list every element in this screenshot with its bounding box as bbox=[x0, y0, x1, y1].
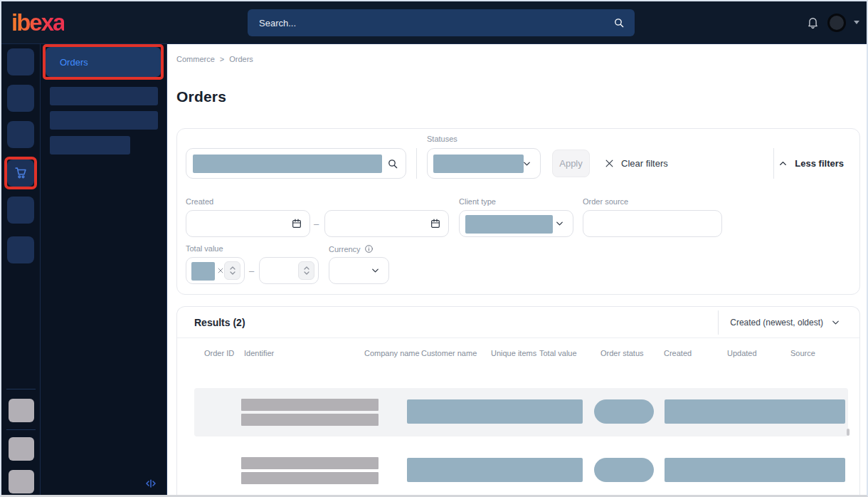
redacted-identifier bbox=[241, 399, 379, 411]
redacted-customer-data bbox=[407, 399, 583, 424]
created-from-date-input[interactable] bbox=[186, 210, 310, 237]
info-icon[interactable] bbox=[364, 244, 374, 253]
menu-tile-placeholder[interactable] bbox=[7, 85, 34, 112]
scrollbar-thumb[interactable] bbox=[847, 429, 850, 436]
bottom-tile-placeholder[interactable] bbox=[9, 399, 34, 422]
commerce-submenu: Orders bbox=[41, 44, 167, 495]
apply-button[interactable]: Apply bbox=[552, 150, 590, 177]
column-header[interactable]: Customer name bbox=[421, 348, 491, 359]
chevron-down-icon bbox=[522, 158, 532, 169]
column-header[interactable]: Company name bbox=[364, 348, 421, 359]
results-header: Results (2) Created (newest, oldest) bbox=[177, 307, 859, 338]
column-header[interactable]: Source bbox=[790, 348, 848, 359]
currency-select[interactable] bbox=[329, 257, 389, 284]
search-input[interactable] bbox=[248, 18, 613, 28]
statuses-select[interactable] bbox=[427, 148, 541, 179]
menu-tile-placeholder[interactable] bbox=[7, 121, 34, 148]
total-value-from-input[interactable] bbox=[186, 257, 245, 284]
client-type-label: Client type bbox=[459, 197, 496, 206]
client-type-select[interactable] bbox=[459, 210, 573, 237]
menu-tile-placeholder[interactable] bbox=[7, 197, 34, 224]
column-header[interactable]: Unique items bbox=[491, 348, 539, 359]
collapse-sidebar-icon[interactable] bbox=[144, 476, 158, 491]
menu-tile-placeholder[interactable] bbox=[7, 48, 34, 75]
top-bar: ibexa bbox=[1, 1, 867, 44]
redacted-total-value bbox=[191, 262, 215, 281]
notifications-bell-icon[interactable] bbox=[806, 16, 820, 29]
bottom-tile-placeholder[interactable] bbox=[9, 470, 34, 493]
ibexa-logo[interactable]: ibexa bbox=[11, 9, 64, 36]
chevron-down-icon bbox=[830, 317, 841, 328]
clear-value-icon[interactable] bbox=[217, 267, 224, 274]
app-window: ibexa bbox=[0, 0, 868, 497]
close-icon bbox=[604, 158, 615, 169]
redacted-client-type-value bbox=[465, 215, 553, 234]
filters-panel: Statuses Apply Clear filters bbox=[176, 128, 860, 295]
results-title: Results (2) bbox=[194, 317, 245, 328]
number-stepper-icon[interactable] bbox=[224, 261, 240, 280]
order-source-input[interactable] bbox=[583, 210, 722, 237]
chevron-down-icon bbox=[554, 219, 565, 229]
value-range-separator: – bbox=[249, 257, 254, 284]
bottom-tile-placeholder[interactable] bbox=[9, 437, 34, 461]
calendar-icon[interactable] bbox=[430, 218, 441, 229]
filter-divider bbox=[416, 148, 417, 179]
table-row[interactable] bbox=[194, 388, 848, 436]
created-to-date-input[interactable] bbox=[324, 210, 449, 237]
sort-label: Created (newest, oldest) bbox=[730, 318, 823, 328]
column-header[interactable]: Order status bbox=[600, 348, 664, 359]
filter-divider bbox=[773, 148, 774, 179]
search-icon[interactable] bbox=[387, 158, 398, 169]
column-header[interactable]: Updated bbox=[727, 348, 790, 359]
table-row[interactable] bbox=[194, 446, 848, 495]
page-title: Orders bbox=[176, 88, 226, 105]
redacted-identifier bbox=[241, 414, 379, 426]
shopping-cart-icon bbox=[13, 165, 28, 181]
number-stepper-icon[interactable] bbox=[298, 261, 314, 280]
order-source-label: Order source bbox=[583, 197, 628, 206]
breadcrumb-commerce[interactable]: Commerce bbox=[176, 55, 215, 63]
column-header[interactable]: Total value bbox=[539, 348, 600, 359]
results-panel: Results (2) Created (newest, oldest) Ord… bbox=[176, 306, 860, 495]
total-value-to-input[interactable] bbox=[259, 257, 319, 284]
submenu-item-placeholder[interactable] bbox=[50, 87, 158, 105]
redacted-order-status-badge bbox=[594, 399, 654, 424]
breadcrumb: Commerce > Orders bbox=[176, 55, 253, 63]
redacted-identifier bbox=[241, 472, 379, 484]
user-menu-caret-icon[interactable] bbox=[854, 21, 859, 24]
sort-divider bbox=[718, 310, 719, 335]
sort-dropdown[interactable]: Created (newest, oldest) bbox=[730, 317, 841, 328]
search-icon[interactable] bbox=[613, 17, 625, 28]
submenu-item-placeholder[interactable] bbox=[50, 111, 158, 130]
less-filters-toggle[interactable]: Less filters bbox=[778, 148, 844, 179]
redacted-order-status-badge bbox=[594, 458, 654, 482]
calendar-icon[interactable] bbox=[291, 218, 302, 229]
redacted-customer-data bbox=[407, 458, 583, 482]
annotation-box-orders: Orders bbox=[43, 44, 164, 80]
date-range-separator: – bbox=[314, 210, 319, 237]
topbar-actions bbox=[806, 14, 859, 32]
global-search[interactable] bbox=[248, 9, 635, 36]
filter-search-input[interactable] bbox=[186, 148, 406, 179]
breadcrumb-separator: > bbox=[220, 55, 224, 63]
table-header-row: Order ID Identifier Company name Custome… bbox=[204, 348, 848, 359]
redacted-dates bbox=[665, 399, 845, 424]
created-label: Created bbox=[186, 197, 213, 206]
breadcrumb-orders[interactable]: Orders bbox=[229, 55, 253, 63]
commerce-menu-item[interactable] bbox=[7, 159, 34, 187]
menu-tile-placeholder[interactable] bbox=[7, 236, 34, 263]
column-header[interactable]: Created bbox=[664, 348, 727, 359]
main-menu-rail bbox=[1, 44, 41, 495]
submenu-item-orders[interactable]: Orders bbox=[46, 47, 161, 77]
annotation-box-commerce bbox=[4, 157, 37, 189]
chevron-down-icon bbox=[370, 266, 381, 276]
clear-filters-button[interactable]: Clear filters bbox=[604, 148, 668, 179]
rail-divider bbox=[6, 429, 36, 430]
column-header[interactable]: Identifier bbox=[244, 348, 364, 359]
column-header[interactable]: Order ID bbox=[204, 348, 244, 359]
submenu-item-placeholder[interactable] bbox=[50, 136, 130, 155]
user-avatar[interactable] bbox=[827, 14, 846, 32]
submenu-item-orders-label: Orders bbox=[60, 57, 88, 68]
content-area: Commerce > Orders Orders Statuses bbox=[167, 44, 867, 495]
redacted-identifier bbox=[241, 457, 379, 469]
